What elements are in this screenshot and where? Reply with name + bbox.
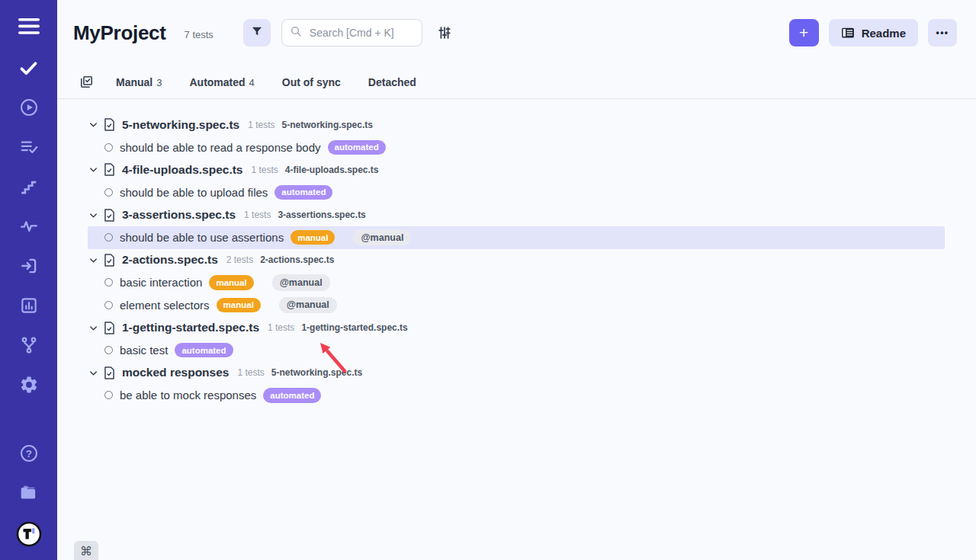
test-title: should be able to use assertions xyxy=(120,231,284,244)
tag-chip[interactable]: @manual xyxy=(272,274,330,290)
tabs: Manual3Automated4Out of syncDetached xyxy=(116,76,416,88)
header-actions: + Readme ••• xyxy=(789,19,957,46)
app-root: ? MyProject 7 tests xyxy=(0,0,976,560)
add-button[interactable]: + xyxy=(789,19,819,46)
sidebar-item-gear[interactable] xyxy=(19,375,39,395)
sidebar-bottom-nav: ? xyxy=(19,443,39,521)
folder-icon xyxy=(18,482,39,503)
file-name: 4-file-uploads.spec.ts xyxy=(122,163,242,177)
bar-chart-icon xyxy=(19,296,39,315)
test-tree: 5-networking.spec.ts1 tests5-networking.… xyxy=(57,99,976,560)
help-icon: ? xyxy=(19,443,39,463)
file-name: mocked responses xyxy=(122,366,229,379)
chevron-down-icon[interactable] xyxy=(88,322,99,334)
file-tests-count: 1 tests xyxy=(244,210,271,220)
sidebar-item-folder[interactable] xyxy=(19,482,39,502)
file-row[interactable]: 1-getting-started.spec.ts1 tests1-gettin… xyxy=(57,316,976,339)
tab-automated[interactable]: Automated4 xyxy=(189,76,254,88)
sidebar-bottom: ? xyxy=(16,443,42,560)
tests-count: 7 tests xyxy=(185,29,214,40)
tabs-row: Manual3Automated4Out of syncDetached xyxy=(57,66,976,99)
chevron-down-icon[interactable] xyxy=(88,367,99,379)
sliders-icon[interactable] xyxy=(435,23,454,43)
search-input[interactable] xyxy=(308,26,418,40)
sidebar-item-pulse[interactable] xyxy=(19,216,39,236)
list-check-icon xyxy=(19,137,39,157)
menu-icon[interactable] xyxy=(18,18,40,38)
test-row[interactable]: be able to mock responsesautomated xyxy=(88,384,945,407)
status-badge-automated: automated xyxy=(263,388,321,402)
test-title: basic test xyxy=(120,344,168,357)
readme-label: Readme xyxy=(862,27,906,40)
test-row[interactable]: basic interactionmanual@manual xyxy=(88,271,945,294)
test-title: should be able to read a response body xyxy=(120,141,321,154)
play-circle-icon xyxy=(19,98,39,117)
sidebar-item-check[interactable] xyxy=(19,58,39,78)
status-badge-manual: manual xyxy=(209,275,253,290)
tab-manual[interactable]: Manual3 xyxy=(116,76,162,88)
app-logo[interactable] xyxy=(16,521,42,547)
file-tests-count: 1 tests xyxy=(237,367,264,378)
file-row[interactable]: mocked responses1 tests5-networking.spec… xyxy=(57,362,976,385)
file-check-icon xyxy=(103,117,116,132)
check-icon xyxy=(18,58,39,78)
status-badge-automated: automated xyxy=(175,343,233,357)
file-check-icon xyxy=(103,366,116,380)
file-name: 3-assertions.spec.ts xyxy=(122,208,236,222)
tab-detached[interactable]: Detached xyxy=(368,76,416,88)
select-all-icon[interactable] xyxy=(79,75,94,89)
book-icon xyxy=(841,27,855,39)
chevron-down-icon[interactable] xyxy=(88,210,99,221)
test-row-selected[interactable]: should be able to use assertionsmanual@m… xyxy=(88,226,945,249)
sidebar: ? xyxy=(0,0,57,560)
test-row[interactable]: element selectorsmanual@manual xyxy=(88,294,945,317)
chevron-down-icon[interactable] xyxy=(88,164,99,175)
sidebar-item-list-check[interactable] xyxy=(19,137,39,157)
test-status-circle-icon xyxy=(104,278,113,286)
test-row[interactable]: should be able to upload filesautomated xyxy=(88,181,945,204)
chevron-down-icon[interactable] xyxy=(88,119,99,130)
sidebar-nav xyxy=(19,58,39,414)
sidebar-item-sign-in[interactable] xyxy=(19,256,39,276)
pulse-icon xyxy=(19,216,39,236)
file-tests-count: 1 tests xyxy=(251,165,278,175)
file-tests-count: 1 tests xyxy=(268,322,294,333)
file-row[interactable]: 4-file-uploads.spec.ts1 tests4-file-uplo… xyxy=(57,158,976,181)
tab-label: Automated xyxy=(189,76,245,88)
cmd-key-button[interactable]: ⌘ xyxy=(74,541,98,560)
file-path: 1-getting-started.spec.ts xyxy=(301,322,407,333)
test-row[interactable]: should be able to read a response bodyau… xyxy=(88,136,945,159)
tab-label: Manual xyxy=(116,76,152,88)
file-name: 2-actions.spec.ts xyxy=(122,253,218,267)
file-path: 4-file-uploads.spec.ts xyxy=(285,165,379,175)
sidebar-item-play-circle[interactable] xyxy=(19,98,39,117)
file-name: 1-getting-started.spec.ts xyxy=(122,321,259,334)
test-row[interactable]: basic testautomated xyxy=(88,339,945,362)
header: MyProject 7 tests + xyxy=(57,0,976,66)
sidebar-item-stairs[interactable] xyxy=(19,177,39,197)
file-row[interactable]: 2-actions.spec.ts2 tests2-actions.spec.t… xyxy=(57,249,976,272)
sidebar-item-bar-chart[interactable] xyxy=(19,296,39,315)
tab-label: Out of sync xyxy=(282,76,341,88)
filter-funnel-icon xyxy=(250,24,264,41)
sidebar-item-help[interactable]: ? xyxy=(19,443,39,463)
more-button[interactable]: ••• xyxy=(928,19,957,46)
file-check-icon xyxy=(103,253,116,267)
file-name: 5-networking.spec.ts xyxy=(122,118,239,132)
file-path: 2-actions.spec.ts xyxy=(260,254,334,265)
readme-button[interactable]: Readme xyxy=(829,19,918,46)
file-path: 3-assertions.spec.ts xyxy=(278,210,365,220)
tag-chip[interactable]: @manual xyxy=(353,229,411,245)
search-icon xyxy=(290,25,302,40)
tag-chip[interactable]: @manual xyxy=(279,297,337,313)
filter-button[interactable] xyxy=(243,19,271,46)
tab-out-of-sync[interactable]: Out of sync xyxy=(282,76,341,88)
file-row[interactable]: 3-assertions.spec.ts1 tests3-assertions.… xyxy=(57,203,976,226)
page-title: MyProject xyxy=(73,21,166,45)
file-row[interactable]: 5-networking.spec.ts1 tests5-networking.… xyxy=(57,114,976,136)
test-title: should be able to upload files xyxy=(120,186,268,199)
chevron-down-icon[interactable] xyxy=(88,254,99,266)
tab-count: 3 xyxy=(156,77,162,88)
sidebar-item-branch[interactable] xyxy=(19,335,39,355)
test-status-circle-icon xyxy=(104,188,113,197)
